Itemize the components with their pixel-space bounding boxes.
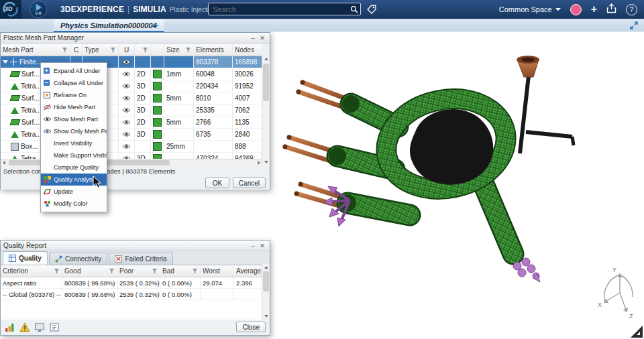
column-c[interactable]: C [70, 44, 83, 56]
ok-button[interactable]: OK [205, 178, 229, 188]
close-icon[interactable]: ✕ [258, 241, 267, 251]
help-icon[interactable]: ? [626, 4, 637, 15]
column-average[interactable]: Average [234, 265, 262, 277]
filter-icon[interactable] [54, 268, 60, 274]
vertical-scrollbar[interactable] [262, 56, 270, 165]
tet-mesh-icon [11, 131, 19, 138]
scroll-up-icon[interactable] [264, 58, 268, 60]
failed-criteria-tab-icon [115, 255, 122, 263]
menu-item-reframe-on[interactable]: Reframe On [41, 89, 107, 101]
corner-arrow-icon[interactable] [631, 326, 643, 338]
eye-icon[interactable] [122, 107, 131, 113]
maximize-viewport-icon[interactable] [629, 21, 639, 30]
axis-triad[interactable]: X Y Z [598, 267, 633, 320]
menu-item-compute-quality[interactable]: Compute Quality [41, 161, 107, 174]
eye-icon[interactable] [122, 71, 131, 77]
expand-icon [43, 67, 52, 75]
histogram-icon[interactable] [5, 322, 15, 332]
column-dim[interactable] [135, 44, 151, 56]
hide-eye-icon [43, 103, 52, 111]
column-bad[interactable]: Bad [160, 265, 201, 277]
column-poor[interactable]: Poor [117, 265, 160, 277]
play-icon [36, 4, 42, 11]
vertical-scrollbar[interactable] [262, 264, 270, 320]
share-icon[interactable] [606, 3, 616, 16]
filter-icon[interactable] [110, 47, 116, 53]
menu-item-hide-mesh-part[interactable]: Hide Mesh Part [41, 101, 107, 113]
eye-icon[interactable] [122, 83, 131, 89]
quality-panel-footer: Close [1, 320, 270, 334]
search-input[interactable] [209, 5, 348, 13]
connectivity-tab-icon [55, 255, 62, 263]
scroll-down-icon[interactable] [264, 315, 268, 318]
tab-failed-criteria[interactable]: Failed Criteria [109, 253, 172, 265]
menu-item-show-mesh-part[interactable]: Show Mesh Part [41, 113, 107, 125]
column-criterion[interactable]: Criterion [1, 265, 62, 277]
column-nodes[interactable]: Nodes [233, 44, 262, 56]
tag-icon[interactable] [366, 4, 377, 15]
scroll-right-icon[interactable] [258, 161, 260, 165]
export-icon[interactable] [49, 322, 60, 332]
filter-icon[interactable] [62, 47, 68, 53]
eye-icon[interactable] [122, 95, 131, 101]
column-worst[interactable]: Worst [201, 265, 234, 277]
tab-quality[interactable]: Quality [3, 251, 48, 265]
close-button[interactable]: Close [236, 322, 266, 332]
filter-icon[interactable] [185, 47, 191, 53]
filter-icon[interactable] [142, 47, 148, 53]
scroll-down-icon[interactable] [264, 161, 268, 163]
column-type[interactable]: Type [83, 44, 119, 56]
menu-item-make-support-visible[interactable]: Make Support Visible [41, 149, 107, 161]
axis-z-label: Z [629, 313, 633, 320]
eye-icon[interactable] [122, 143, 131, 149]
user-avatar[interactable] [570, 4, 582, 15]
tet-mesh-icon [11, 107, 19, 114]
column-good[interactable]: Good [62, 265, 117, 277]
mesh-color-swatch [153, 106, 162, 115]
fem-icon [10, 58, 17, 66]
close-icon[interactable]: ✕ [258, 33, 267, 43]
brand-title: 3DEXPERIENCE [60, 5, 124, 14]
tree-expander-icon[interactable] [3, 60, 8, 64]
add-tab-button[interactable]: + [153, 20, 158, 31]
table-row[interactable]: Aspect ratio 800839 ( 99.68%) 2539 ( 0.3… [1, 277, 262, 289]
column-color[interactable] [151, 44, 164, 56]
scrollbar-thumb[interactable] [263, 64, 269, 101]
3ds-logo-icon[interactable]: 3D [0, 0, 21, 19]
scroll-up-icon[interactable] [264, 266, 268, 269]
column-u[interactable]: U [119, 44, 135, 56]
warning-icon[interactable] [19, 322, 30, 332]
column-size[interactable]: Size [164, 44, 194, 56]
space-selector[interactable]: Common Space [499, 5, 561, 13]
compass-icon[interactable]: V.R [30, 1, 47, 18]
menu-item-expand-all-under[interactable]: Expand All Under [41, 65, 107, 77]
context-menu: Expand All Under Collapse All Under Refr… [40, 62, 107, 212]
filter-icon[interactable] [152, 268, 158, 274]
axis-x-label: X [598, 301, 602, 308]
scrollbar-thumb[interactable] [263, 271, 269, 291]
filter-icon[interactable] [109, 268, 115, 274]
minimize-icon[interactable]: – [248, 241, 258, 251]
menu-item-modify-color[interactable]: Modify Color [41, 198, 107, 210]
add-button[interactable]: + [591, 5, 597, 14]
display-options-icon[interactable] [34, 322, 45, 332]
show-eye-icon [43, 115, 52, 123]
menu-item-invert-visibility[interactable]: Invert Visibility [41, 137, 107, 149]
table-row[interactable]: -- Global (803378) -- 800839 ( 99.68%) 2… [1, 289, 262, 300]
eye-icon[interactable] [122, 119, 131, 125]
tab-connectivity[interactable]: Connectivity [49, 253, 107, 265]
tab-physics-simulation[interactable]: Physics Simulation0000004 [54, 19, 164, 32]
mesh-table-header: Mesh Part C Type U Size Elements Nodes [1, 44, 262, 56]
3d-viewport[interactable]: X Y Z [270, 31, 644, 339]
eye-icon[interactable] [122, 131, 131, 137]
column-mesh-part[interactable]: Mesh Part [1, 44, 70, 56]
filter-icon[interactable] [192, 268, 198, 274]
search-icon[interactable] [348, 5, 360, 13]
menu-item-show-only-mesh-part[interactable]: Show Only Mesh Part [41, 125, 107, 137]
eye-icon[interactable] [122, 59, 131, 65]
cancel-button[interactable]: Cancel [233, 178, 266, 188]
menu-item-collapse-all-under[interactable]: Collapse All Under [41, 77, 107, 89]
minimize-icon[interactable]: – [248, 33, 258, 43]
scroll-left-icon[interactable] [3, 161, 5, 165]
column-elements[interactable]: Elements [194, 44, 233, 56]
